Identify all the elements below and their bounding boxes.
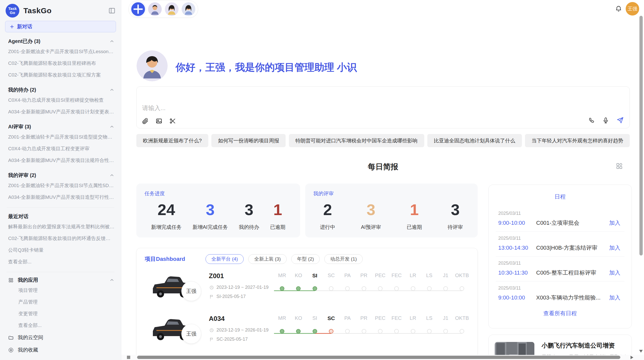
- sidebar-item[interactable]: C02-飞腾新能源轻客改款项目立项汇报方案: [5, 69, 116, 81]
- event-join-link[interactable]: 加入: [609, 294, 620, 302]
- milestone[interactable]: PEC: [372, 273, 388, 291]
- sidebar-section-header[interactable]: 我的待办 (2): [8, 86, 114, 93]
- phone-call-icon[interactable]: [588, 117, 595, 124]
- milestone[interactable]: PR: [356, 273, 372, 291]
- collapse-sidebar-icon[interactable]: [108, 7, 115, 14]
- suggestion-chip[interactable]: 比亚迪全固态电池计划具体说了什么: [427, 134, 522, 147]
- apps-view-all-link[interactable]: 查看全部...: [5, 320, 116, 331]
- milestone[interactable]: SI: [307, 273, 323, 291]
- milestone-node: [345, 286, 350, 291]
- sidebar-item[interactable]: C02-飞腾新能源轻客改款项目里程碑画布: [5, 57, 116, 69]
- milestone[interactable]: LS: [421, 273, 437, 291]
- my-apps-header[interactable]: 我的应用: [8, 277, 114, 283]
- horizontal-scrollbar[interactable]: [121, 355, 644, 360]
- sidebar-item[interactable]: A034-全新新能源MUV产品开发项目法规符合性评审: [5, 155, 116, 166]
- sidebar-link-folder[interactable]: 我的云空间: [5, 331, 116, 344]
- milestone[interactable]: LR: [405, 273, 421, 291]
- dashboard-tab[interactable]: 年型 (2): [291, 254, 320, 264]
- milestone[interactable]: KO: [290, 273, 306, 291]
- milestone[interactable]: LS: [421, 315, 437, 334]
- agent-avatar-2[interactable]: [165, 2, 179, 16]
- sidebar-item[interactable]: Z001-全新燃油轻卡产品开发项目SI节点属性5D文件评审: [5, 180, 116, 191]
- scrollbar-left-button[interactable]: [127, 356, 130, 359]
- sidebar-link-star[interactable]: 我的收藏: [5, 344, 116, 356]
- milestone-node: [443, 329, 448, 334]
- sidebar-item[interactable]: Z001-全新燃油轻卡产品开发项目SI造型提交物评审: [5, 131, 116, 143]
- scrollbar-down-arrow[interactable]: [639, 350, 643, 353]
- sidebar-item[interactable]: C0X4-动力总成开发项目工程变更评审: [5, 143, 116, 155]
- dashboard-title: 项目Dashboard: [145, 255, 185, 263]
- event-join-link[interactable]: 加入: [609, 269, 620, 277]
- sidebar-item[interactable]: C0X4-动力总成开发项目SI里程碑提交物检查: [5, 94, 116, 106]
- sidebar-item[interactable]: Z001-全新燃油皮卡产品开发项目SI节点Lesson Learn报告: [5, 46, 116, 57]
- project-name[interactable]: Z001: [209, 272, 224, 280]
- recent-chats-header[interactable]: 最近对话: [8, 213, 114, 220]
- milestone[interactable]: SI: [307, 315, 323, 334]
- chevron-up-icon[interactable]: [109, 124, 114, 129]
- app-item[interactable]: 产品管理: [5, 296, 116, 308]
- suggestion-chip[interactable]: 特朗普可能对进口汽车增税会对中国车企造成哪些影响: [289, 134, 424, 147]
- horizontal-scrollbar-thumb[interactable]: [137, 356, 620, 359]
- suggestion-chips: 欧洲新规最近颁布了什么?如何写一份清晰的项目周报特朗普可能对进口汽车增税会对中国…: [136, 134, 630, 147]
- add-agent-button[interactable]: [131, 2, 145, 16]
- attachment-icon[interactable]: [142, 117, 149, 125]
- vertical-scrollbar-thumb[interactable]: [639, 16, 643, 256]
- dashboard-tab[interactable]: 动总开发 (1): [324, 254, 363, 264]
- suggestion-chip[interactable]: 欧洲新规最近颁布了什么?: [136, 134, 208, 147]
- milestone[interactable]: PEC: [372, 315, 388, 334]
- project-name[interactable]: A034: [209, 315, 225, 323]
- send-icon[interactable]: [616, 116, 624, 124]
- milestone[interactable]: FEC: [388, 273, 405, 291]
- milestone[interactable]: PR: [356, 315, 372, 334]
- chevron-up-icon[interactable]: [109, 39, 114, 44]
- new-chat-button[interactable]: 新对话: [5, 21, 116, 32]
- event-join-link[interactable]: 加入: [609, 219, 620, 227]
- notification-bell-icon[interactable]: [615, 5, 622, 12]
- sidebar-section-header[interactable]: Agent已办 (3): [8, 38, 114, 45]
- milestone[interactable]: MR: [274, 273, 290, 291]
- milestone[interactable]: J1: [437, 273, 454, 291]
- sidebar-item[interactable]: A034-全新新能源MUV产品开发项目计划变更表编写: [5, 106, 116, 118]
- event-join-link[interactable]: 加入: [609, 244, 620, 252]
- sidebar-item[interactable]: A034-全新新能源MUV产品开发项目造型可行性评审: [5, 191, 116, 203]
- milestone-node: [329, 286, 333, 291]
- scrollbar-right-arrow[interactable]: [631, 356, 633, 359]
- dashboard-tab[interactable]: 全新上装 (3): [248, 254, 287, 264]
- app-item[interactable]: 变更管理: [5, 308, 116, 320]
- project-flag: SC-2025-05-17: [209, 337, 248, 342]
- microphone-icon[interactable]: [602, 117, 609, 124]
- milestone[interactable]: PA: [339, 273, 356, 291]
- chevron-up-icon[interactable]: [109, 278, 114, 283]
- layout-grid-icon[interactable]: [616, 162, 623, 170]
- recent-chat-item[interactable]: 公司Q3轻卡销量: [5, 244, 116, 256]
- dashboard-tab[interactable]: 全新平台 (4): [206, 254, 244, 264]
- recent-chat-item[interactable]: 解释最新出台的欧盟报废车法规再生塑料比例被调至15%…: [5, 221, 116, 233]
- milestone[interactable]: SC: [323, 315, 339, 334]
- scissors-icon[interactable]: [169, 117, 176, 125]
- milestone[interactable]: FEC: [388, 315, 405, 334]
- sidebar-section-header[interactable]: 我的评审 (2): [8, 172, 114, 179]
- milestone[interactable]: OKTB: [454, 315, 470, 334]
- milestone[interactable]: LR: [405, 315, 421, 334]
- milestone[interactable]: MR: [274, 315, 290, 334]
- agent-avatar-1[interactable]: [148, 2, 162, 16]
- view-all-schedule-link[interactable]: 查看所有日程: [489, 310, 632, 317]
- sidebar-section-header[interactable]: AI评审 (3): [8, 123, 114, 130]
- milestone[interactable]: OKTB: [454, 273, 470, 291]
- vertical-scrollbar[interactable]: [638, 0, 644, 360]
- image-upload-icon[interactable]: [155, 117, 163, 125]
- milestone[interactable]: SC: [323, 273, 339, 291]
- milestone[interactable]: J1: [437, 315, 454, 334]
- suggestion-chip[interactable]: 当下年轻人对汽车外观有怎样的喜好趋势: [525, 134, 630, 147]
- recent-chat-item[interactable]: C02-飞腾新能源轻客改款项目的闭环通告反馈情况: [5, 233, 116, 244]
- recent-view-all-link[interactable]: 查看全部...: [5, 256, 116, 268]
- milestone[interactable]: PA: [339, 315, 356, 334]
- chevron-up-icon[interactable]: [109, 173, 114, 178]
- suggestion-chip[interactable]: 如何写一份清晰的项目周报: [211, 134, 286, 147]
- chevron-up-icon[interactable]: [109, 87, 114, 93]
- agent-avatar-3[interactable]: [182, 2, 195, 16]
- chat-input-box[interactable]: 请输入...: [136, 86, 630, 128]
- app-item[interactable]: 项目管理: [5, 284, 116, 296]
- user-avatar[interactable]: 王强: [626, 2, 639, 16]
- milestone[interactable]: KO: [290, 315, 306, 334]
